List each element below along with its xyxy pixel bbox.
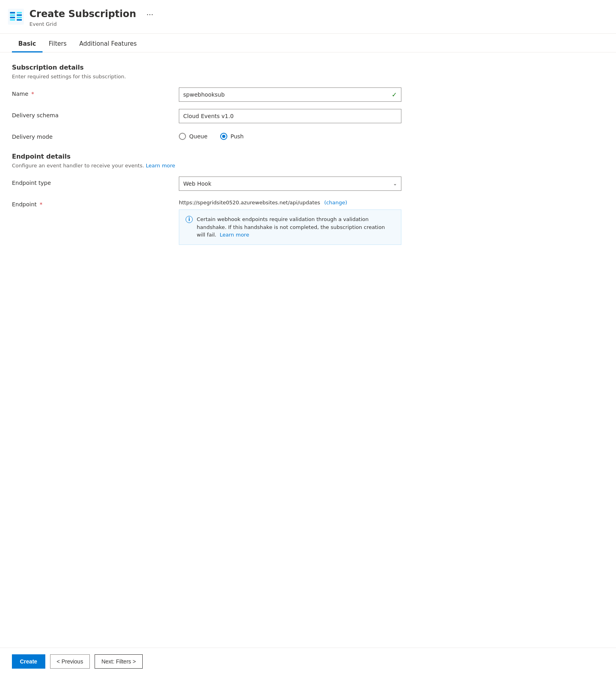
name-input-value: spwebhooksub: [183, 91, 389, 98]
radio-queue-label: Queue: [189, 133, 207, 140]
name-control-wrapper: spwebhooksub ✓: [179, 87, 401, 102]
subscription-section-title: Subscription details: [12, 64, 604, 71]
tabs: Basic Filters Additional Features: [0, 35, 616, 52]
svg-rect-3: [10, 17, 15, 18]
delivery-mode-radio-group: Queue Push: [179, 130, 401, 140]
more-options-icon[interactable]: ···: [147, 10, 153, 19]
tab-filters[interactable]: Filters: [43, 35, 73, 52]
endpoint-details-section: Endpoint details Configure an event hand…: [12, 153, 604, 245]
delivery-schema-value: Cloud Events v1.0: [183, 113, 397, 119]
svg-rect-2: [10, 14, 15, 16]
endpoint-type-control-wrapper: Web Hook ⌄: [179, 177, 401, 191]
svg-rect-6: [17, 14, 22, 16]
page-subtitle: Event Grid: [29, 21, 136, 27]
endpoint-type-value: Web Hook: [183, 180, 393, 187]
page-title: Create Subscription: [29, 8, 136, 20]
name-input[interactable]: spwebhooksub ✓: [179, 87, 401, 102]
page-wrapper: Create Subscription Event Grid ··· Basic…: [0, 0, 616, 675]
main-content: Subscription details Enter required sett…: [0, 52, 616, 648]
delivery-schema-label: Delivery schema: [12, 109, 179, 118]
info-text: Certain webhook endpoints require valida…: [197, 215, 395, 239]
delivery-schema-row: Delivery schema Cloud Events v1.0: [12, 109, 604, 123]
info-learn-more-link[interactable]: Learn more: [220, 232, 249, 238]
endpoint-section-description: Configure an event handler to receive yo…: [12, 163, 604, 169]
name-required-star: *: [31, 91, 34, 97]
endpoint-required-star: *: [40, 201, 43, 208]
endpoint-type-label: Endpoint type: [12, 177, 179, 186]
endpoint-url-row: https://spegridsite0520.azurewebsites.ne…: [179, 198, 401, 206]
chevron-down-icon: ⌄: [393, 181, 397, 186]
endpoint-url-text: https://spegridsite0520.azurewebsites.ne…: [179, 200, 320, 206]
name-check-icon: ✓: [392, 91, 397, 99]
info-icon: i: [186, 216, 193, 223]
radio-queue-circle[interactable]: [179, 133, 186, 140]
delivery-mode-control-wrapper: Queue Push: [179, 130, 401, 140]
radio-push[interactable]: Push: [220, 133, 244, 140]
tab-additional-features[interactable]: Additional Features: [73, 35, 143, 52]
endpoint-change-link[interactable]: (change): [324, 200, 347, 206]
header-text: Create Subscription Event Grid: [29, 8, 136, 27]
create-button[interactable]: Create: [12, 654, 45, 669]
delivery-mode-label: Delivery mode: [12, 130, 179, 140]
svg-rect-5: [17, 12, 22, 14]
endpoint-row: Endpoint * https://spegridsite0520.azure…: [12, 198, 604, 245]
name-label: Name *: [12, 87, 179, 97]
svg-rect-4: [10, 19, 15, 21]
endpoint-section-title: Endpoint details: [12, 153, 604, 160]
footer: Create < Previous Next: Filters >: [0, 648, 616, 675]
svg-rect-8: [17, 19, 22, 21]
subscription-section-description: Enter required settings for this subscri…: [12, 74, 604, 80]
delivery-mode-row: Delivery mode Queue Push: [12, 130, 604, 140]
endpoint-type-row: Endpoint type Web Hook ⌄: [12, 177, 604, 191]
endpoint-info-box: i Certain webhook endpoints require vali…: [179, 209, 401, 245]
header: Create Subscription Event Grid ···: [0, 0, 616, 34]
radio-push-label: Push: [231, 133, 244, 140]
delivery-schema-control-wrapper: Cloud Events v1.0: [179, 109, 401, 123]
name-row: Name * spwebhooksub ✓: [12, 87, 604, 102]
svg-rect-1: [10, 12, 15, 14]
radio-push-circle[interactable]: [220, 133, 227, 140]
subscription-details-section: Subscription details Enter required sett…: [12, 64, 604, 140]
previous-button[interactable]: < Previous: [50, 654, 90, 669]
event-grid-icon: [8, 9, 24, 25]
delivery-schema-input: Cloud Events v1.0: [179, 109, 401, 123]
endpoint-control-wrapper: https://spegridsite0520.azurewebsites.ne…: [179, 198, 401, 245]
next-filters-button[interactable]: Next: Filters >: [95, 654, 143, 669]
tab-basic[interactable]: Basic: [12, 35, 43, 52]
svg-rect-7: [17, 17, 22, 18]
endpoint-label: Endpoint *: [12, 198, 179, 208]
endpoint-learn-more-link[interactable]: Learn more: [146, 163, 175, 169]
endpoint-type-select[interactable]: Web Hook ⌄: [179, 177, 401, 191]
radio-queue[interactable]: Queue: [179, 133, 207, 140]
